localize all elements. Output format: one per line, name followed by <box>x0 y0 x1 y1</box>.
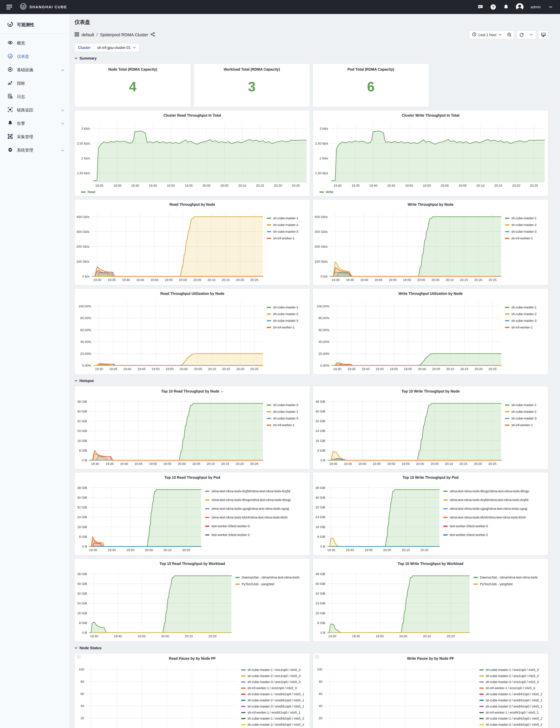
section-hotspot[interactable]: Hotspot <box>75 379 548 383</box>
legend-item[interactable]: sh-cube-master-2 <box>505 410 546 414</box>
legend-item[interactable]: sh-cube-master-1 / ens1np0 / mlx5_0 <box>241 668 307 672</box>
section-summary[interactable]: Summary <box>75 56 548 61</box>
sidebar-header[interactable]: 可观测性 <box>0 18 70 33</box>
chart-title[interactable]: Top 10 Write Throughput by Workload <box>313 559 548 567</box>
chart-title[interactable]: Write Throughput by Node <box>313 199 548 208</box>
legend-item[interactable]: test-worker-0/test-worker-0 <box>443 524 546 528</box>
legend-item[interactable]: test-worker-2/test-worker-2 <box>443 533 546 537</box>
panel-info-icon[interactable]: i <box>77 655 81 659</box>
chart-title[interactable]: Top 10 Read Throughput by Node <box>75 386 310 395</box>
tv-mode-button[interactable] <box>538 30 548 39</box>
chart-title[interactable]: Write Throughput Utilization by Node <box>313 289 548 297</box>
legend-item[interactable]: sh-cube-master-3 <box>505 319 546 323</box>
menu-toggle-icon[interactable] <box>6 5 12 9</box>
legend-item[interactable]: sh-inf-worker-1 <box>267 326 307 329</box>
legend-item[interactable]: sh-inf-worker-1 / ens841np0 / mlx5_1 <box>479 711 546 714</box>
legend-item[interactable]: sh-cube-master-3 / ens841np0 / mlx5_1 <box>479 705 546 708</box>
legend-item[interactable]: sh-cube-master-3 <box>505 417 546 420</box>
legend-item[interactable]: PyTorchJob - yang/test <box>474 582 546 586</box>
legend-item[interactable]: test-worker-0/test-worker-0 <box>205 524 307 528</box>
legend-item[interactable]: sh-cube-master-1 <box>505 403 546 407</box>
legend-item[interactable]: sh-inf-worker-1 <box>267 423 307 427</box>
legend-item[interactable]: rdma-test-rdma-tools-kfzt4/rdma-test-rdm… <box>443 516 546 519</box>
panel-top10-read-by-node[interactable]: Top 10 Read Throughput by Node19:3019:35… <box>75 386 310 469</box>
legend-item[interactable]: rdma-test-rdma-tools-cgxqj/rdma-test-rdm… <box>205 507 307 511</box>
panel-top10-write-by-pod[interactable]: Top 10 Write Throughput by Pod19:3019:40… <box>313 472 548 555</box>
legend-item[interactable]: sh-cube-master-3 <box>267 319 307 323</box>
sidebar-item-alerts[interactable]: 告警 <box>0 117 70 130</box>
chart-title[interactable]: Top 10 Read Throughput by Workload <box>75 559 310 567</box>
legend-item[interactable]: sh-cube-master-1 <box>505 216 546 220</box>
legend-item[interactable]: sh-cube-master-1 / ens841np0 / mlx5_1 <box>241 692 307 696</box>
chart-title[interactable]: Read Pause by by Node PF <box>75 653 310 662</box>
legend-item[interactable]: DaemonSet - rdma/rdma-test-rdma-tools <box>235 576 307 579</box>
time-range-picker[interactable]: Last 1 hour <box>469 30 514 39</box>
legend-item[interactable]: sh-cube-master-1 <box>505 305 546 309</box>
chart-title[interactable]: Cluster Write Throughput In Total <box>313 110 548 119</box>
breadcrumb[interactable]: default / Spiderpool RDMA Cluster <box>75 32 155 38</box>
legend-item[interactable]: sh-cube-master-2 / ens842np0 / mlx5_2 <box>241 723 307 727</box>
legend-item[interactable]: Write <box>319 190 333 194</box>
panel-read-pause-node-pf[interactable]: Read Pause by by Node PFi19:3019:4019:50… <box>75 653 310 728</box>
legend-item[interactable]: sh-cube-master-3 / ens841np0 / mlx5_1 <box>241 705 307 708</box>
legend-item[interactable]: sh-cube-master-2 / ens841np0 / mlx5_1 <box>479 698 546 702</box>
brand[interactable]: SHANGHAI CUBE <box>20 3 67 11</box>
chart-title[interactable]: Read Throughput Utilization by Node <box>75 289 310 297</box>
panel-read-throughput-by-node[interactable]: Read Throughput by Node19:3019:3519:4019… <box>75 199 310 285</box>
legend-item[interactable]: rdma-test-rdma-tools-8hvgc/rdma-test-rdm… <box>443 489 546 493</box>
sidebar-item-logs[interactable]: 日志 <box>0 90 70 103</box>
legend-item[interactable]: PyTorchJob - yang/test <box>235 582 307 586</box>
breadcrumb-folder[interactable]: default <box>82 32 94 37</box>
legend-item[interactable]: sh-inf-worker-1 / ens1np0 / mlx5_0 <box>241 686 307 690</box>
legend-item[interactable]: sh-inf-worker-1 <box>505 236 546 240</box>
legend-item[interactable]: sh-cube-master-3 / ens1np0 / mlx5_0 <box>241 680 307 684</box>
refresh-icon[interactable] <box>517 31 526 39</box>
legend-item[interactable]: sh-inf-worker-1 / ens1np0 / mlx5_0 <box>479 686 546 690</box>
sidebar-item-overview[interactable]: 概览 <box>0 36 70 50</box>
legend-item[interactable]: sh-inf-worker-1 <box>267 236 307 240</box>
legend-item[interactable]: sh-cube-master-2 <box>505 312 546 316</box>
panel-cluster-write-total[interactable]: Cluster Write Throughput In Total19:3019… <box>313 110 548 196</box>
legend-item[interactable]: rdma-test-rdma-tools-cgxqj/rdma-test-rdm… <box>443 507 546 511</box>
legend-item[interactable]: sh-cube-master-2 / ens1np0 / mlx5_0 <box>241 674 307 678</box>
legend-item[interactable]: DaemonSet - rdma/rdma-test-rdma-tools <box>474 576 546 579</box>
legend-item[interactable]: rdma-test-rdma-tools-8hvgc/rdma-test-rdm… <box>205 498 307 502</box>
user-menu-chevron-icon[interactable] <box>548 4 554 10</box>
panel-top10-read-by-workload[interactable]: Top 10 Read Throughput by Workload19:301… <box>75 558 310 642</box>
stat-workload-total[interactable]: Workload Total (RDMA Capacity) 3 <box>194 63 310 107</box>
chart-title[interactable]: Top 10 Write Throughput by Pod <box>313 472 548 481</box>
help-icon[interactable]: ? <box>490 4 496 10</box>
refresh-interval-chevron-icon[interactable] <box>527 31 536 39</box>
legend-item[interactable]: sh-cube-master-3 <box>267 230 307 234</box>
legend-item[interactable]: sh-inf-worker-1 <box>505 423 546 427</box>
legend-item[interactable]: sh-inf-worker-1 / ens841np0 / mlx5_1 <box>241 711 307 714</box>
panel-top10-read-by-pod[interactable]: Top 10 Read Throughput by Pod19:3019:401… <box>75 472 310 555</box>
chart-title[interactable]: Top 10 Read Throughput by Pod <box>75 472 310 481</box>
message-icon[interactable] <box>477 4 483 10</box>
legend-item[interactable]: sh-cube-master-3 <box>505 230 546 234</box>
share-icon[interactable] <box>151 32 155 38</box>
panel-write-pause-node-pf[interactable]: Write Pause by by Node PFi19:3019:4019:5… <box>313 653 548 728</box>
chart-title[interactable]: Read Throughput by Node <box>75 199 310 208</box>
legend-item[interactable]: sh-cube-master-2 / ens1np0 / mlx5_0 <box>479 674 546 678</box>
sidebar-item-system[interactable]: 系统管理 <box>0 144 70 157</box>
stat-node-total[interactable]: Node Total (RDMA Capacity) 4 <box>75 63 191 107</box>
legend-item[interactable]: sh-cube-master-1 / ens842np0 / mlx5_2 <box>241 717 307 720</box>
bell-icon[interactable] <box>503 4 509 10</box>
variable-select[interactable]: sh-inf-gpu-cluster-01 <box>94 43 139 52</box>
sidebar-item-dashboards[interactable]: 仪表盘 <box>0 50 70 63</box>
breadcrumb-dashboard-name[interactable]: Spiderpool RDMA Cluster <box>100 32 148 37</box>
legend-item[interactable]: test-worker-2/test-worker-2 <box>205 533 307 537</box>
legend-item[interactable]: Read <box>81 190 95 194</box>
panel-top10-write-by-workload[interactable]: Top 10 Write Throughput by Workload19:30… <box>313 558 548 642</box>
panel-info-icon[interactable]: i <box>315 655 319 659</box>
legend-item[interactable]: sh-cube-master-2 <box>267 312 307 316</box>
legend-item[interactable]: sh-cube-master-1 / ens1np0 / mlx5_0 <box>479 668 546 672</box>
avatar[interactable] <box>516 3 523 11</box>
legend-item[interactable]: sh-cube-master-2 <box>267 403 307 407</box>
legend-item[interactable]: sh-cube-master-1 / ens841np0 / mlx5_1 <box>479 692 546 696</box>
panel-write-utilization-by-node[interactable]: Write Throughput Utilization by Node19:3… <box>313 288 548 374</box>
legend-item[interactable]: sh-cube-master-3 <box>267 417 307 420</box>
panel-write-throughput-by-node[interactable]: Write Throughput by Node19:3019:3519:401… <box>313 199 548 285</box>
section-node-status[interactable]: Node Status <box>75 646 548 650</box>
